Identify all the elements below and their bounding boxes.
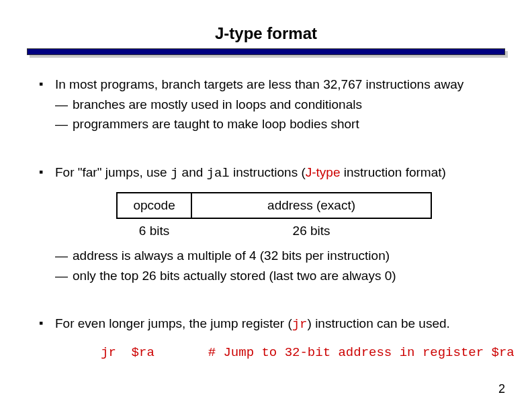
bullet-2-pre: For "far" jumps, use [55, 165, 171, 179]
instruction-format-table: opcode address (exact) 6 bits 26 bits [116, 192, 432, 242]
bullet-2: For "far" jumps, use j and jal instructi… [39, 163, 493, 285]
cell-opcode-bits: 6 bits [117, 218, 191, 243]
bullet-3: For even longer jumps, the jump register… [39, 314, 493, 362]
slide-body: In most programs, branch targets are les… [0, 75, 532, 362]
bullet-2-mid: and [178, 165, 206, 179]
page-number: 2 [498, 382, 505, 396]
bullet-1-sub-1: branches are mostly used in loops and co… [55, 95, 493, 114]
bullet-1: In most programs, branch targets are les… [39, 75, 493, 134]
bullet-1-text: In most programs, branch targets are les… [55, 77, 463, 91]
cell-address-bits: 26 bits [191, 218, 431, 243]
bullet-2-sub-2: only the top 26 bits actually stored (la… [55, 267, 493, 285]
bullet-3-pre: For even longer jumps, the jump register… [55, 316, 292, 330]
bullet-2-post2: instruction format) [341, 165, 446, 179]
jr-example-code: jr $ra # Jump to 32-bit address in regis… [101, 344, 493, 363]
code-j: j [171, 166, 178, 181]
title-divider [27, 48, 505, 55]
bullet-3-post: ) instruction can be used. [308, 316, 450, 330]
slide-title: J-type format [0, 0, 532, 48]
bullet-2-post1: instructions ( [230, 165, 306, 179]
code-jal: jal [207, 166, 230, 181]
jtype-label: J-type [306, 165, 341, 179]
code-jr: jr [292, 317, 308, 332]
cell-address: address (exact) [191, 193, 431, 218]
bullet-1-sub-2: programmers are taught to make loop bodi… [55, 115, 493, 134]
bullet-2-sub-1: address is always a multiple of 4 (32 bi… [55, 246, 493, 265]
cell-opcode: opcode [117, 193, 191, 218]
